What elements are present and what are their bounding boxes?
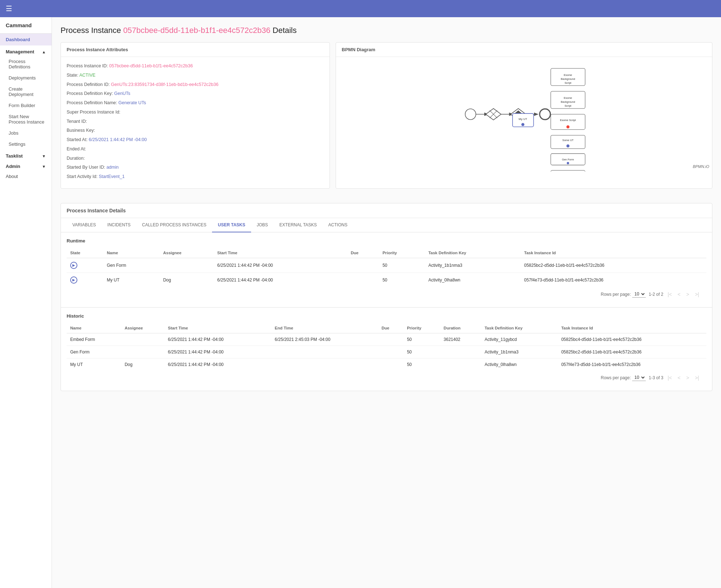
h-assignee-3: Dog (121, 358, 164, 371)
sidebar-item-create-deployment[interactable]: Create Deployment (0, 83, 52, 100)
sidebar-item-form-builder[interactable]: Form Builder (0, 100, 52, 111)
runtime-priority-2: 50 (379, 273, 425, 287)
runtime-task-def-2: Activity_0lha8wn (425, 273, 520, 287)
bpmn-diagram[interactable]: Esome Background Script Esome Background… (336, 57, 712, 172)
runtime-due-2 (347, 273, 379, 287)
h-start-3: 6/25/2021 1:44:42 PM -04:00 (164, 358, 271, 371)
h-task-def-1: Activity_11gybcd (481, 333, 558, 346)
svg-point-23 (521, 123, 525, 126)
sidebar-section-tasklist[interactable]: Tasklist ▼ (0, 150, 52, 160)
tab-external-tasks[interactable]: EXTERNAL TASKS (274, 218, 322, 232)
table-row: Embed Form 6/25/2021 1:44:42 PM -04:00 6… (67, 333, 706, 346)
sidebar-section-management[interactable]: Management ▲ (0, 45, 52, 56)
details-card: Process Instance Details VARIABLES INCID… (61, 203, 712, 391)
svg-point-26 (566, 144, 569, 148)
runtime-start-1: 6/25/2021 1:44:42 PM -04:00 (214, 258, 347, 273)
table-row: ▶ Gen Form 6/25/2021 1:44:42 PM -04:00 5… (67, 258, 706, 273)
tab-actions[interactable]: ACTIONS (323, 218, 353, 232)
bpmn-branding: BPMN.iO (693, 164, 709, 169)
tab-jobs[interactable]: JOBS (251, 218, 274, 232)
col-task-def-key: Task Definition Key (425, 248, 520, 258)
h-col-assignee: Assignee (121, 323, 164, 333)
pagination-info-historic: 1-3 of 3 (649, 375, 663, 380)
last-page-btn[interactable]: >| (693, 291, 701, 298)
h-col-priority: Priority (403, 323, 440, 333)
h-assignee-1 (121, 333, 164, 346)
sidebar-section-admin[interactable]: Admin ▼ (0, 160, 52, 170)
tab-variables[interactable]: VARIABLES (67, 218, 102, 232)
sidebar-item-dashboard[interactable]: Dashboard (0, 34, 52, 45)
attr-process-def-name: Process Definition Name: Generate UTs (67, 100, 324, 106)
sidebar-section-label: Management (6, 49, 34, 54)
runtime-task-id-1: 05825bc2-d5dd-11eb-b1f1-ee4c572c2b36 (520, 258, 706, 273)
sidebar-item-settings[interactable]: Settings (0, 139, 52, 150)
h-end-2 (271, 346, 378, 358)
attributes-header: Process Instance Attributes (61, 43, 330, 57)
next-page-btn-h[interactable]: > (685, 374, 691, 381)
diagram-header: BPMN Diagram (336, 43, 712, 57)
sidebar-item-about[interactable]: About (0, 170, 52, 182)
svg-text:Script: Script (564, 81, 572, 85)
rows-per-page-label: Rows per page: (601, 292, 631, 297)
first-page-btn-h[interactable]: |< (666, 374, 673, 381)
sidebar-section-tasklist-label: Tasklist (6, 153, 23, 159)
svg-text:Esome: Esome (564, 73, 572, 77)
h-col-end-time: End Time (271, 323, 378, 333)
h-task-id-1: 05825bc4-d5dd-11eb-b1f1-ee4c572c2b36 (558, 333, 706, 346)
h-due-3 (378, 358, 403, 371)
svg-text:Esome Script: Esome Script (560, 119, 576, 122)
h-end-3 (271, 358, 378, 371)
svg-point-0 (465, 109, 476, 120)
historic-table-header: Name Assignee Start Time End Time Due Pr… (67, 323, 706, 333)
runtime-pagination: Rows per page: 10 25 50 1-2 of 2 |< < > … (67, 287, 706, 302)
h-duration-2 (440, 346, 481, 358)
next-page-btn[interactable]: > (685, 291, 691, 298)
runtime-task-id-2: 057f4e73-d5dd-11eb-b1f1-ee4c572c2b36 (520, 273, 706, 287)
tab-user-tasks[interactable]: USER TASKS (212, 218, 251, 232)
attr-super-process: Super Process Instance Id: (67, 109, 324, 116)
h-duration-1: 3621402 (440, 333, 481, 346)
h-duration-3 (440, 358, 481, 371)
h-start-1: 6/25/2021 1:44:42 PM -04:00 (164, 333, 271, 346)
h-name-3: My UT (67, 358, 121, 371)
rows-per-page-select-historic[interactable]: 10 25 50 (632, 374, 646, 381)
svg-text:Some UT: Some UT (562, 139, 574, 142)
chevron-down-icon: ▼ (42, 154, 46, 158)
prev-page-btn[interactable]: < (676, 291, 682, 298)
runtime-section: Runtime State Name Assignee Start Time D… (61, 232, 712, 307)
attr-duration: Duration: (67, 155, 324, 162)
table-divider (61, 307, 712, 308)
h-priority-3: 50 (403, 358, 440, 371)
table-row: ▶ My UT Dog 6/25/2021 1:44:42 PM -04:00 … (67, 273, 706, 287)
attr-started-at: Started At: 6/25/2021 1:44:42 PM -04:00 (67, 136, 324, 143)
h-due-2 (378, 346, 403, 358)
sidebar-item-start-new-process[interactable]: Start New Process Instance (0, 111, 52, 127)
prev-page-btn-h[interactable]: < (676, 374, 682, 381)
sidebar-item-jobs[interactable]: Jobs (0, 127, 52, 139)
runtime-assignee-1 (159, 258, 213, 273)
historic-table: Name Assignee Start Time End Time Due Pr… (67, 323, 706, 371)
sidebar-brand: Cammand (0, 17, 52, 34)
play-icon-1: ▶ (70, 262, 77, 269)
topbar: ☰ (0, 0, 721, 17)
attr-business-key: Business Key: (67, 127, 324, 134)
rows-per-page-select-runtime[interactable]: 10 25 50 (632, 291, 646, 298)
last-page-btn-h[interactable]: >| (693, 374, 701, 381)
attr-tenant-id: Tenant ID: (67, 118, 324, 125)
sidebar-item-process-definitions[interactable]: Process Definitions (0, 56, 52, 72)
svg-text:Esome: Esome (564, 96, 572, 100)
col-assignee: Assignee (159, 248, 213, 258)
svg-text:Background: Background (561, 77, 575, 81)
rows-per-page-historic: Rows per page: 10 25 50 (601, 374, 646, 381)
rows-per-page-label-h: Rows per page: (601, 375, 631, 380)
menu-icon[interactable]: ☰ (6, 4, 12, 13)
h-name-1: Embed Form (67, 333, 121, 346)
runtime-priority-1: 50 (379, 258, 425, 273)
first-page-btn[interactable]: |< (666, 291, 673, 298)
tab-incidents[interactable]: INCIDENTS (102, 218, 136, 232)
col-due: Due (347, 248, 379, 258)
col-task-instance-id: Task Instance Id (520, 248, 706, 258)
sidebar-item-deployments[interactable]: Deployments (0, 72, 52, 83)
tab-called-process-instances[interactable]: CALLED PROCESS INSTANCES (136, 218, 212, 232)
col-priority: Priority (379, 248, 425, 258)
